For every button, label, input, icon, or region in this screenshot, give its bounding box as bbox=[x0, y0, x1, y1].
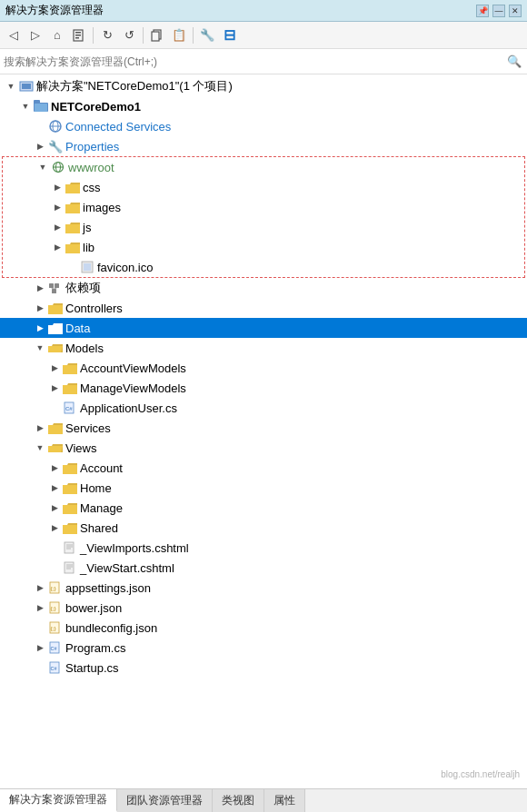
images-expand[interactable]: ▶ bbox=[50, 200, 65, 214]
tree-item-manageviewmodels[interactable]: ▶ ManageViewModels bbox=[0, 378, 527, 398]
tree-item-accountviewmodels[interactable]: ▶ AccountViewModels bbox=[0, 358, 527, 378]
tree-item-home[interactable]: ▶ Home bbox=[0, 478, 527, 498]
svg-text:{;}: {;} bbox=[51, 586, 57, 591]
connected-services-icon bbox=[47, 119, 64, 134]
tree-item-program[interactable]: ▶ C# Program.cs bbox=[0, 638, 527, 658]
tree-item-properties[interactable]: ▶ 🔧 Properties bbox=[0, 136, 527, 156]
tree-item-views[interactable]: ▼ Views bbox=[0, 438, 527, 458]
minimize-button[interactable]: — bbox=[492, 5, 505, 17]
tree-item-bower[interactable]: ▶ {;} bower.json bbox=[0, 598, 527, 618]
tree-item-manage[interactable]: ▶ Manage bbox=[0, 498, 527, 518]
tree-item-applicationuser[interactable]: C# ApplicationUser.cs bbox=[0, 398, 527, 418]
pin-button[interactable]: 📌 bbox=[476, 5, 489, 17]
accountviewmodels-expand[interactable]: ▶ bbox=[47, 361, 62, 375]
tab-properties[interactable]: 属性 bbox=[264, 789, 305, 812]
svg-text:{;}: {;} bbox=[51, 626, 57, 631]
bottom-tabs: 解决方案资源管理器 团队资源管理器 类视图 属性 bbox=[0, 788, 527, 812]
models-folder-open-icon bbox=[47, 341, 64, 355]
wwwroot-expand[interactable]: ▼ bbox=[35, 160, 50, 174]
tab-team-explorer[interactable]: 团队资源管理器 bbox=[117, 789, 213, 812]
tab-class-view[interactable]: 类视图 bbox=[213, 789, 264, 812]
svg-text:C#: C# bbox=[65, 406, 73, 411]
project-label: NETCoreDemo1 bbox=[49, 100, 141, 114]
yilai-expand[interactable]: ▶ bbox=[33, 281, 47, 295]
tree-item-css[interactable]: ▶ css bbox=[3, 177, 524, 197]
tree-item-viewstart[interactable]: _ViewStart.cshtml bbox=[0, 558, 527, 578]
controllers-label: Controllers bbox=[64, 302, 123, 315]
tree-item-controllers[interactable]: ▶ Controllers bbox=[0, 298, 527, 318]
program-label: Program.cs bbox=[64, 641, 125, 655]
views-expand[interactable]: ▼ bbox=[33, 441, 47, 455]
data-expand[interactable]: ▶ bbox=[33, 321, 47, 335]
bower-expand[interactable]: ▶ bbox=[33, 600, 47, 615]
tree-item-images[interactable]: ▶ images bbox=[3, 197, 524, 217]
svg-rect-5 bbox=[152, 32, 159, 41]
wwwroot-box: ▼ wwwroot ▶ css ▶ images bbox=[2, 156, 525, 278]
services-expand[interactable]: ▶ bbox=[33, 421, 47, 435]
svg-rect-26 bbox=[65, 542, 74, 553]
tree-item-js[interactable]: ▶ js bbox=[3, 217, 524, 237]
toolbar-sep-3 bbox=[193, 27, 194, 44]
tree-item-data[interactable]: ▶ Data bbox=[0, 318, 527, 338]
refresh-button[interactable]: ↻ bbox=[97, 25, 117, 45]
models-expand[interactable]: ▼ bbox=[33, 341, 47, 355]
tree-item-bundleconfig[interactable]: {;} bundleconfig.json bbox=[0, 618, 527, 638]
back-button[interactable]: ◁ bbox=[4, 25, 24, 45]
wwwroot-label: wwwroot bbox=[66, 161, 114, 174]
undo-button[interactable]: ↺ bbox=[119, 25, 139, 45]
svg-rect-21 bbox=[52, 289, 56, 293]
viewstart-label: _ViewStart.cshtml bbox=[78, 561, 174, 575]
search-input[interactable] bbox=[4, 55, 505, 68]
tab-solution-explorer[interactable]: 解决方案资源管理器 bbox=[0, 789, 117, 812]
favicon-icon bbox=[79, 260, 95, 274]
appsettings-json-icon: {;} bbox=[47, 580, 64, 595]
paste-button[interactable]: 📋 bbox=[169, 25, 189, 45]
home-folder-icon bbox=[62, 480, 78, 495]
controllers-folder-icon bbox=[47, 301, 64, 315]
tree-item-account[interactable]: ▶ Account bbox=[0, 458, 527, 478]
project-node[interactable]: ▼ NETCoreDemo1 bbox=[0, 96, 527, 116]
svg-line-22 bbox=[52, 288, 55, 289]
close-button[interactable]: ✕ bbox=[509, 5, 522, 17]
tree-item-appsettings[interactable]: ▶ {;} appsettings.json bbox=[0, 578, 527, 598]
tree-item-shared[interactable]: ▶ Shared bbox=[0, 518, 527, 538]
css-expand[interactable]: ▶ bbox=[50, 180, 65, 194]
forward-button[interactable]: ▷ bbox=[25, 25, 45, 45]
tree-item-wwwroot[interactable]: ▼ wwwroot bbox=[3, 157, 524, 177]
js-label: js bbox=[81, 221, 91, 234]
tree-item-connected-services[interactable]: Connected Services bbox=[0, 116, 527, 136]
tree-item-viewimports[interactable]: _ViewImports.cshtml bbox=[0, 538, 527, 558]
yilai-label: 依赖项 bbox=[64, 280, 101, 296]
program-expand[interactable]: ▶ bbox=[33, 640, 47, 655]
controllers-expand[interactable]: ▶ bbox=[33, 301, 47, 315]
appsettings-expand[interactable]: ▶ bbox=[33, 580, 47, 595]
pages-button[interactable] bbox=[69, 25, 89, 45]
bundleconfig-json-icon: {;} bbox=[47, 620, 64, 635]
svg-rect-10 bbox=[35, 104, 47, 112]
tree-item-models[interactable]: ▼ Models bbox=[0, 338, 527, 358]
project-expand[interactable]: ▼ bbox=[18, 99, 33, 114]
solution-expand[interactable]: ▼ bbox=[4, 79, 18, 94]
tree-item-lib[interactable]: ▶ lib bbox=[3, 237, 524, 257]
tree-item-services[interactable]: ▶ Services bbox=[0, 418, 527, 438]
copy-button[interactable] bbox=[147, 25, 167, 45]
tree-item-favicon[interactable]: favicon.ico bbox=[3, 257, 524, 277]
lib-expand[interactable]: ▶ bbox=[50, 240, 65, 254]
tree-item-yilai[interactable]: ▶ 依赖项 bbox=[0, 278, 527, 298]
manageviewmodels-expand[interactable]: ▶ bbox=[47, 381, 62, 395]
shared-expand[interactable]: ▶ bbox=[47, 520, 62, 535]
js-folder-icon bbox=[65, 220, 81, 234]
solution-node[interactable]: ▼ 解决方案"NETCoreDemo1"(1 个项目) bbox=[0, 76, 527, 96]
toolbar: ◁ ▷ ⌂ ↻ ↺ 📋 🔧 ⊟ bbox=[0, 22, 527, 49]
home-button[interactable]: ⌂ bbox=[47, 25, 67, 45]
minus-button[interactable]: ⊟ bbox=[219, 25, 239, 45]
tree-item-startup[interactable]: C# Startup.cs bbox=[0, 658, 527, 678]
search-button[interactable]: 🔍 bbox=[505, 53, 523, 71]
account-expand[interactable]: ▶ bbox=[47, 460, 62, 475]
data-label: Data bbox=[64, 322, 90, 335]
manage-expand[interactable]: ▶ bbox=[47, 500, 62, 515]
properties-expand[interactable]: ▶ bbox=[33, 139, 47, 153]
js-expand[interactable]: ▶ bbox=[50, 220, 65, 234]
home-expand[interactable]: ▶ bbox=[47, 480, 62, 495]
settings-button[interactable]: 🔧 bbox=[197, 25, 217, 45]
